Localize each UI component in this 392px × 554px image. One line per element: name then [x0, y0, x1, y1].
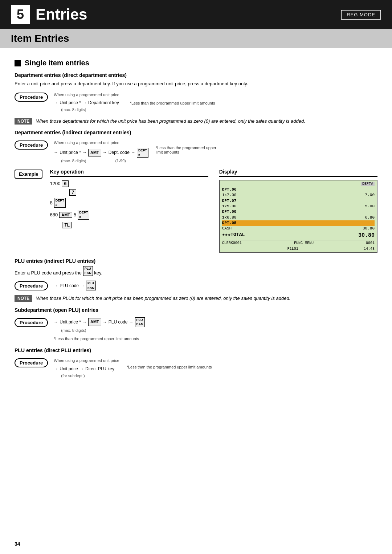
- procedure-4: Procedure → Unit price * → AMT → PLU cod…: [15, 317, 377, 342]
- disp-cash-left: CASH: [222, 226, 232, 231]
- proc3-plu-code: PLU code: [60, 283, 79, 288]
- proc2-right-note1: *Less than the programmed upper: [156, 146, 216, 150]
- procedure-3-label: Procedure: [15, 281, 48, 290]
- proc5-arrow1: →: [54, 366, 58, 372]
- disp-1x680-right: 6.80: [365, 215, 375, 220]
- proc5-flow: → Unit price → Direct PLU key: [54, 366, 119, 372]
- key-op-row-4: 680 AMT 5 DEPT#: [50, 210, 208, 220]
- display-dept-badge: DEPT#: [361, 182, 375, 186]
- disp-1x680-left: 1x6.80: [222, 215, 237, 220]
- proc5-branch-label: When using a programmed unit price: [54, 358, 119, 364]
- disp-time: 14:43: [364, 247, 375, 251]
- note-1-text: When those departments for which the uni…: [36, 118, 305, 125]
- key-7: 7: [69, 189, 76, 196]
- key-6: 6: [62, 180, 69, 187]
- key-dept-2: DEPT#: [78, 210, 89, 220]
- key-8: 8: [50, 200, 52, 205]
- example-row: Example Key operation 1200 6 7: [15, 169, 377, 253]
- display-dept-header: DEPT#: [222, 182, 375, 186]
- display-footer-2: P1L01 14:43: [222, 246, 375, 251]
- disp-clerk: CLERK0001: [222, 241, 242, 245]
- plu-direct-heading: PLU entries (direct PLU entries): [15, 347, 377, 353]
- proc1-dept-key: Department key: [88, 99, 119, 106]
- key-op-row-3: 8 DEPT#: [50, 198, 208, 208]
- key-op-rows: 1200 6 7 8 DEPT# 680 AM: [50, 180, 208, 229]
- proc5-direct-plu: Direct PLU key: [85, 366, 114, 372]
- proc4-arrow2: →: [82, 319, 87, 326]
- example-content: Key operation 1200 6 7 8 DEP: [50, 169, 377, 253]
- proc1-flow-row: → Unit price * → Department key: [54, 99, 119, 106]
- proc3-arrow2: →: [80, 283, 85, 288]
- display-line-dpt08: DPT.08: [222, 209, 375, 215]
- plu-indirect-body: Enter a PLU code and press the PLUEAN ke…: [15, 266, 377, 276]
- proc1-arrow1: →: [54, 99, 58, 106]
- disp-1x500-left: 1x5.00: [222, 204, 237, 209]
- proc1-arrow2: →: [82, 99, 87, 106]
- proc4-diagram: → Unit price * → AMT → PLU code → PLUEAN…: [54, 317, 144, 342]
- proc4-unit-sub: (max. 8 digits): [61, 327, 144, 334]
- procedure-5: Procedure When using a programmed unit p…: [15, 358, 377, 379]
- proc4-arrow3: →: [103, 319, 107, 326]
- display-footer-1: CLERK0001 FUNC MENU 0001: [222, 240, 375, 245]
- disp-page: 0001: [366, 241, 375, 245]
- proc3-arrow1: →: [54, 283, 58, 288]
- proc2-arrow4: →: [131, 149, 135, 156]
- proc1-right-note: *Less than the programmed upper limit am…: [130, 100, 215, 107]
- proc4-bottom-note: *Less than the programmed upper limit am…: [54, 336, 144, 342]
- proc2-dept-code: Dept. code: [109, 149, 130, 156]
- proc4-flow: → Unit price * → AMT → PLU code → PLUEAN: [54, 317, 144, 327]
- display-line-1x680: 1x6.80 6.80: [222, 215, 375, 220]
- proc2-unit-price: Unit price *: [60, 149, 81, 156]
- note-1: NOTE When those departments for which th…: [15, 118, 377, 125]
- proc5-unit-price: Unit price: [60, 366, 78, 372]
- proc4-amt-key: AMT: [88, 318, 101, 326]
- procedure-1-label: Procedure: [15, 93, 48, 102]
- key-680: 680: [50, 212, 58, 217]
- proc5-diagram: When using a programmed unit price → Uni…: [54, 358, 119, 379]
- subsection-heading: Single item entries: [15, 59, 377, 67]
- procedure-3: Procedure → PLU code → PLUEAN: [15, 281, 377, 290]
- proc4-arrow4: →: [129, 319, 134, 326]
- key-5: 5: [74, 212, 76, 217]
- plu-key-inline: PLUEAN: [83, 266, 93, 276]
- note-2-text: When those PLUs for which the unit price…: [36, 295, 290, 302]
- display-line-1x700: 1x7.00 7.00: [222, 192, 375, 198]
- disp-1x700-right: 7.00: [365, 192, 375, 198]
- procedure-2: Procedure When using a programmed unit p…: [15, 140, 377, 164]
- key-op-row-5: TL: [50, 222, 208, 228]
- chapter-number: 5: [11, 5, 30, 24]
- plu-indirect-heading: PLU entries (indirect PLU entries): [15, 258, 377, 264]
- key-dept-1: DEPT#: [54, 198, 66, 208]
- display-line-1x500: 1x5.00 5.00: [222, 204, 375, 209]
- subdept-heading: Subdepartment (open PLU) entries: [15, 307, 377, 313]
- procedure-4-label: Procedure: [15, 318, 48, 327]
- proc2-right-note2: limit amounts: [156, 150, 216, 154]
- display-header: Display: [219, 169, 377, 177]
- disp-1x700-left: 1x7.00: [222, 192, 237, 198]
- procedure-2-label: Procedure: [15, 140, 48, 150]
- disp-1x500-right: 5.00: [365, 204, 375, 209]
- proc4-plu-key: PLUEAN: [135, 317, 145, 327]
- key-op-row-2: 7: [50, 189, 208, 196]
- disp-dpt07-left: DPT.07: [222, 198, 237, 204]
- note-2: NOTE When those PLUs for which the unit …: [15, 295, 377, 302]
- section-title-bar: Item Entries: [0, 29, 392, 48]
- proc1-unit-price: Unit price *: [60, 99, 81, 106]
- proc3-plu-key: PLUEAN: [86, 281, 96, 290]
- procedure-5-label: Procedure: [15, 358, 48, 367]
- disp-dpt06-left: DPT.06: [222, 187, 237, 192]
- disp-func-menu: FUNC MENU: [294, 241, 314, 245]
- proc2-arrow2: →: [82, 149, 87, 156]
- key-operation-section: Key operation 1200 6 7 8 DEP: [50, 169, 208, 253]
- plu-body-suffix: key.: [94, 270, 102, 275]
- note-1-label: NOTE: [15, 118, 32, 125]
- procedure-1: Procedure When using a programmed unit p…: [15, 92, 377, 113]
- key-op-header: Key operation: [50, 169, 208, 177]
- display-line-dpt07: DPT.07: [222, 198, 375, 204]
- key-amt: AMT: [59, 212, 72, 218]
- dept-indirect-heading: Department entries (indirect department …: [15, 130, 377, 135]
- proc4-unit-price: Unit price *: [60, 319, 81, 326]
- display-line-total: ★★★TOTAL 30.80: [222, 232, 375, 239]
- display-line-dpt05: DPT.05: [222, 220, 375, 226]
- plu-body-prefix: Enter a PLU code and press the: [15, 270, 82, 275]
